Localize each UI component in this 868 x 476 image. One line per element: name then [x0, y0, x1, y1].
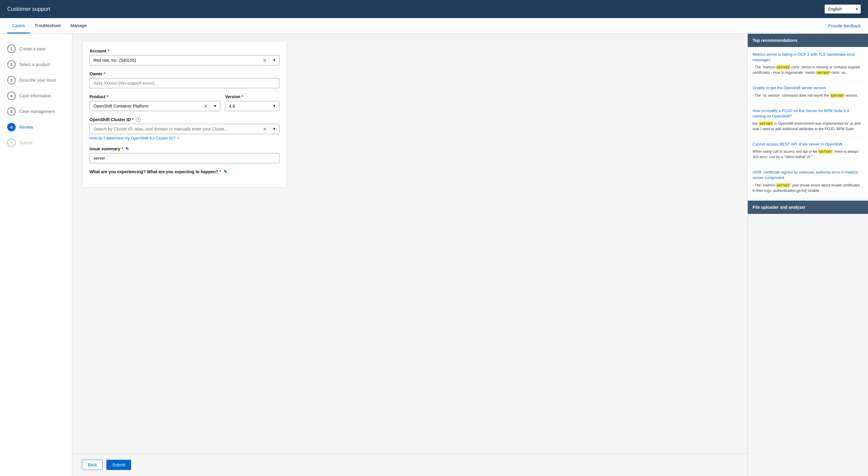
account-dropdown-icon[interactable]: ▼ [270, 58, 279, 62]
product-clear-icon[interactable]: ✕ [201, 103, 210, 109]
highlight-server-4: server [759, 121, 773, 126]
recommendation-2: Unable to get the Openshift server versi… [752, 85, 863, 103]
right-panel: Top recommendations Metrics server is fa… [747, 34, 868, 476]
issue-summary-field-group: Issue summary * ✎ [90, 147, 279, 163]
owner-label: Owner * [90, 71, 279, 76]
rec-desc-3: Kie server in Openshift environment was … [752, 121, 863, 132]
rec-desc-1: - The `metrics-server-certs` secret is m… [752, 64, 863, 75]
cluster-id-clear-icon[interactable]: ✕ [260, 126, 269, 132]
rec-title-3[interactable]: How to modify a POJO on Kie Server for B… [752, 108, 863, 119]
rec-desc-4: When using curl to access rest api of ki… [752, 149, 863, 160]
step-num-4: 4 [7, 92, 16, 100]
product-input[interactable] [90, 101, 201, 111]
issue-summary-required: * [121, 147, 123, 151]
step-num-5: 5 [7, 107, 16, 116]
product-dropdown-icon[interactable]: ▼ [210, 104, 220, 108]
rec-desc-5: - The `metrics-server` pod shows errors … [752, 183, 863, 193]
cluster-id-label: OpenShift Cluster ID * ? [90, 117, 279, 122]
step-label-5: Case management [19, 109, 55, 114]
highlight-server-2: server [816, 70, 830, 75]
cluster-id-field-group: OpenShift Cluster ID * ? ✕ ▼ How do I de… [90, 117, 279, 140]
language-dropdown[interactable]: English Español Français Deutsch [825, 4, 861, 13]
highlight-server-1: server [776, 65, 790, 69]
step-num-6: 6 [7, 123, 16, 131]
product-input-wrapper: ✕ ▼ [90, 101, 220, 111]
version-input-wrapper: ▼ [225, 101, 279, 111]
account-label: Account * [90, 49, 279, 53]
step-label-7: Submit [19, 140, 33, 145]
account-clear-icon[interactable]: ✕ [260, 58, 269, 63]
main-nav: Cases Troubleshoot Manage Provide feedba… [0, 18, 868, 34]
owner-input[interactable] [90, 78, 279, 88]
version-dropdown-icon[interactable]: ▼ [270, 104, 279, 108]
version-input[interactable] [225, 101, 270, 111]
step-num-7: 7 [7, 138, 16, 147]
tab-cases[interactable]: Cases [7, 18, 30, 33]
recommendation-4: Cannot access REST API of kie server in … [752, 141, 863, 165]
cluster-id-dropdown-icon[interactable]: ▼ [270, 127, 279, 131]
sidebar-item-case-information[interactable]: 4 Case information [0, 88, 72, 104]
step-label-4: Case information [19, 93, 51, 98]
file-uploader-section: File uploader and analyzer [748, 201, 868, 214]
file-uploader-header: File uploader and analyzer [748, 201, 868, 214]
account-input[interactable] [90, 56, 260, 65]
highlight-server-5: server [818, 150, 832, 154]
tab-troubleshoot[interactable]: Troubleshoot [30, 18, 66, 33]
content-area: Account * ✕ ▼ Owner [72, 34, 868, 476]
cluster-id-input-wrapper: ✕ ▼ [90, 124, 279, 134]
cluster-id-hint-icon[interactable]: ? [136, 117, 141, 122]
sidebar-item-create-case[interactable]: 1 Create a case [0, 41, 72, 57]
owner-field-group: Owner * [90, 71, 279, 88]
recommendations-body: Metrics server is failing in OCP 3 with … [748, 47, 868, 198]
external-link-icon: ↗ [177, 136, 179, 140]
app-header: Customer support English Español Françai… [0, 0, 868, 18]
submit-button[interactable]: Submit [106, 460, 131, 470]
rec-title-5[interactable]: x509: certificate signed by unknown auth… [752, 169, 863, 181]
tab-manage[interactable]: Manage [66, 18, 92, 33]
step-label-6: Review [19, 125, 33, 130]
sidebar-item-review[interactable]: 6 Review [0, 119, 72, 135]
cluster-id-input[interactable] [90, 124, 260, 134]
steps-sidebar: 1 Create a case 2 Select a product 3 Des… [0, 34, 72, 476]
sidebar-item-describe-issue[interactable]: 3 Describe your issue [0, 72, 72, 88]
app-title: Customer support [7, 6, 50, 12]
step-num-3: 3 [7, 76, 16, 84]
provide-feedback-link[interactable]: Provide feedback [828, 24, 861, 28]
recommendations-header: Top recommendations [748, 34, 868, 47]
product-label: Product * [90, 94, 220, 99]
experiencing-label: What are you experiencing? What are you … [90, 169, 279, 174]
experiencing-required: * [219, 169, 221, 174]
issue-summary-edit-icon[interactable]: ✎ [125, 147, 129, 151]
step-label-1: Create a case [19, 46, 45, 51]
form-panel: Account * ✕ ▼ Owner [72, 34, 747, 453]
sidebar-item-submit: 7 Submit [0, 135, 72, 151]
issue-summary-input[interactable] [90, 153, 279, 163]
cluster-id-help-link[interactable]: How do I determine my OpenShift 4.x Clus… [90, 136, 179, 140]
cluster-id-required: * [132, 117, 133, 122]
rec-title-1[interactable]: Metrics server is failing in OCP 3 with … [752, 52, 863, 63]
version-required: * [242, 94, 243, 99]
back-button[interactable]: Back [82, 460, 103, 470]
sidebar-item-select-product[interactable]: 2 Select a product [0, 57, 72, 72]
product-field-group: Product * ✕ ▼ [90, 94, 220, 111]
step-label-3: Describe your issue [19, 78, 56, 83]
version-label: Version * [225, 94, 279, 99]
rec-desc-2: - The `oc version` command does not repo… [752, 93, 863, 98]
step-label-2: Select a product [19, 62, 50, 67]
form-actions: Back Submit [72, 453, 747, 476]
account-input-wrapper: ✕ ▼ [90, 55, 279, 65]
account-required: * [107, 49, 109, 53]
rec-title-2[interactable]: Unable to get the Openshift server versi… [752, 85, 863, 91]
recommendation-3: How to modify a POJO on Kie Server for B… [752, 108, 863, 137]
experiencing-edit-icon[interactable]: ✎ [224, 169, 227, 174]
product-version-row: Product * ✕ ▼ Ve [90, 94, 279, 117]
language-selector[interactable]: English Español Français Deutsch [825, 4, 861, 13]
owner-required: * [104, 71, 105, 76]
issue-summary-label: Issue summary * ✎ [90, 147, 279, 151]
sidebar-item-case-management[interactable]: 5 Case management [0, 104, 72, 119]
step-num-2: 2 [7, 60, 16, 69]
experiencing-field-group: What are you experiencing? What are you … [90, 169, 279, 174]
recommendations-section: Top recommendations Metrics server is fa… [748, 34, 868, 198]
product-required: * [107, 94, 108, 99]
rec-title-4[interactable]: Cannot access REST API of kie server in … [752, 141, 863, 147]
